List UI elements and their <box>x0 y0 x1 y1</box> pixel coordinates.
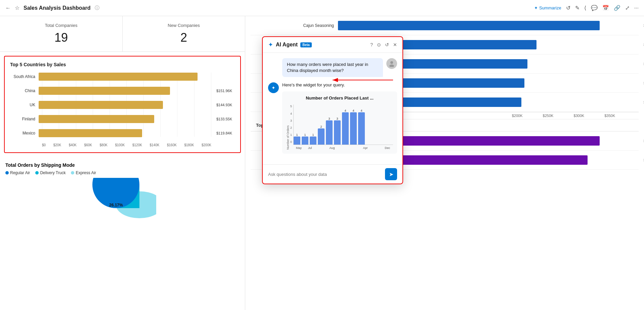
mini-bar-group: 4 <box>358 109 365 145</box>
y-label: 2 <box>290 126 292 129</box>
mini-bar-group: 1 <box>310 133 316 145</box>
main-content: Total Companies 19 New Companies 2 Top 5… <box>0 16 644 310</box>
y-label: 1 <box>290 133 292 137</box>
mini-x-label: Dec <box>383 146 391 150</box>
mini-bar <box>350 112 357 145</box>
star-icon[interactable]: ☆ <box>15 5 19 11</box>
bar-container: $304.46K <box>338 21 639 30</box>
table-row: UK $144.93K <box>10 101 211 109</box>
new-companies-value: 2 <box>131 31 237 45</box>
x-axis: $0 $20K $40K $60K $80K $100K $120K $140K… <box>42 143 211 147</box>
x-tick: $100K <box>115 143 125 147</box>
mini-bar <box>358 112 365 145</box>
bar-label: South Africa <box>10 74 39 79</box>
table-row: Finland $133.55K <box>10 115 211 123</box>
user-avatar <box>386 58 397 69</box>
edit-icon[interactable]: ✎ <box>575 5 579 11</box>
ai-beta-badge: Beta <box>300 42 312 47</box>
header-right: ✦ Summarize ↺ ✎ ⟨ 💬 📅 🔗 ⤢ ··· <box>534 5 639 11</box>
bar-label: Cajun Seasoning <box>251 23 338 28</box>
mini-x-label <box>372 146 380 150</box>
x-tick: $250K <box>543 114 554 118</box>
legend-label: Regular Air <box>10 170 30 175</box>
x-tick: $160K <box>167 143 177 147</box>
mini-bar-val: 4 <box>361 109 362 112</box>
ai-send-button[interactable]: ➤ <box>385 168 397 180</box>
ai-help-icon[interactable]: ? <box>370 42 373 47</box>
mini-bar-group: 4 <box>342 109 349 145</box>
ai-dialog-body: How many orders were placed last year in… <box>263 53 402 164</box>
link-icon[interactable]: 🔗 <box>614 5 620 11</box>
mini-bar-val: 1 <box>296 133 298 137</box>
ai-chat-input[interactable] <box>268 172 382 177</box>
mini-bar-group: 3 <box>326 117 333 145</box>
y-label: 3 <box>290 119 292 122</box>
mini-bar <box>342 112 349 145</box>
ai-bubble: Here's the widget for your query. Number… <box>282 82 397 154</box>
x-tick: $60K <box>84 143 92 147</box>
mini-bar-group: 2 <box>318 125 325 145</box>
mini-x-label: May <box>295 146 303 150</box>
header-left: ← ☆ Sales Analysis Dashboard ⓘ <box>5 5 99 11</box>
ai-close-icon[interactable]: ✕ <box>393 42 397 47</box>
summarize-button[interactable]: ✦ Summarize <box>534 5 561 10</box>
mini-bar <box>326 120 333 145</box>
mini-x-label: Apr <box>361 146 369 150</box>
ai-dialog-header: ✦ AI Agent Beta ? ⊙ ↺ ✕ <box>263 37 402 53</box>
x-tick: $0 <box>42 143 46 147</box>
mini-bar-val: 1 <box>304 133 306 137</box>
x-tick: $120K <box>132 143 142 147</box>
pie-percentage: 26.17% <box>109 203 123 207</box>
bar-fill <box>39 101 163 109</box>
shipping-legend: Regular Air Delivery Truck Express Air <box>5 170 240 175</box>
ai-reset-icon[interactable]: ↺ <box>385 42 389 47</box>
more-icon[interactable]: ··· <box>634 5 639 11</box>
svg-point-0 <box>390 61 393 64</box>
right-panel: Cajun Seasoning $304.46K $231.99K Orga..… <box>245 16 644 310</box>
table-row: China $151.96K <box>10 87 211 95</box>
bar-fill <box>39 129 142 137</box>
mini-x-label <box>339 146 347 150</box>
user-bubble: How many orders were placed last year in… <box>282 58 383 77</box>
legend-label: Delivery Truck <box>40 170 66 175</box>
mini-chart-wrapper: Number of Orders 5 4 3 2 1 0 <box>286 105 393 150</box>
bar-value: $144.93K <box>216 103 232 107</box>
new-companies-label: New Companies <box>131 23 237 28</box>
mini-x-label: Aug <box>328 146 336 150</box>
refresh-icon[interactable]: ↺ <box>566 5 570 11</box>
ai-dialog-title: AI Agent <box>276 42 298 48</box>
mini-bar-val: 3 <box>337 117 338 120</box>
bar-container: $144.93K <box>39 101 211 109</box>
mini-x-label <box>317 146 325 150</box>
total-companies-value: 19 <box>8 31 114 45</box>
user-message: How many orders were placed last year in… <box>268 58 397 77</box>
mini-bar-group: 1 <box>302 133 308 145</box>
share-icon[interactable]: ⟨ <box>584 5 586 11</box>
summarize-label: Summarize <box>539 5 561 10</box>
legend-dot <box>5 171 9 175</box>
expand-icon[interactable]: ⤢ <box>625 5 630 11</box>
bar-label: Mexico <box>10 131 39 135</box>
y-label: 4 <box>290 112 292 115</box>
ai-header-icons: ? ⊙ ↺ ✕ <box>370 42 397 47</box>
table-row: South Africa <box>10 73 211 81</box>
mini-bar <box>318 128 325 145</box>
comment-icon[interactable]: 💬 <box>591 5 598 11</box>
legend-item-express-air: Express Air <box>71 170 96 175</box>
x-tick: $40K <box>69 143 77 147</box>
kpi-row: Total Companies 19 New Companies 2 <box>0 16 245 52</box>
ai-settings-icon[interactable]: ⊙ <box>377 42 381 47</box>
mini-bar-val: 4 <box>353 109 354 112</box>
table-row: Cajun Seasoning $304.46K <box>251 16 639 35</box>
back-button[interactable]: ← <box>5 5 11 11</box>
mini-bar-group: 4 <box>350 109 357 145</box>
top5-chart-title: Top 5 Countries by Sales <box>10 62 235 67</box>
bar-value: $119.84K <box>216 131 232 135</box>
legend-label: Express Air <box>76 170 96 175</box>
mini-bar-val: 1 <box>312 133 314 137</box>
info-icon[interactable]: ⓘ <box>95 5 99 11</box>
ai-dialog: ✦ AI Agent Beta ? ⊙ ↺ ✕ How many orders … <box>262 36 403 184</box>
calendar-icon[interactable]: 📅 <box>602 5 609 11</box>
shipping-title: Total Orders by Shipping Mode <box>5 162 240 168</box>
mini-bar-val: 2 <box>320 125 322 128</box>
